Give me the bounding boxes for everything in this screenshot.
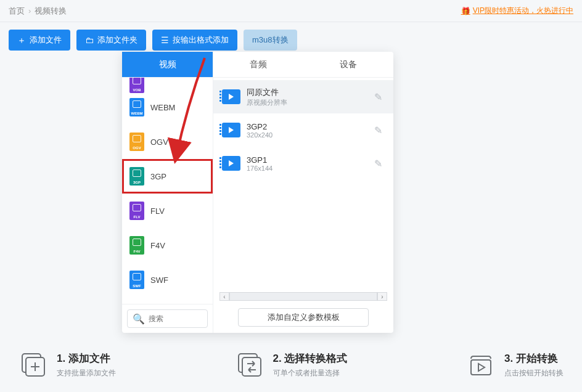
edit-preset-icon[interactable]: ✎ [371, 123, 385, 137]
select-format-step-icon [235, 350, 264, 380]
chevron-right-icon: › [28, 6, 31, 15]
add-folder-button[interactable]: 🗀 添加文件夹 [76, 30, 146, 51]
file-type-icon: VOB [129, 78, 144, 93]
preset-item[interactable]: 3GP2320x240✎ [213, 113, 393, 147]
preset-item[interactable]: 同原文件原视频分辨率✎ [213, 80, 393, 113]
gift-icon: 🎁 [461, 7, 470, 15]
plus-icon: ＋ [17, 36, 26, 44]
preset-item[interactable]: 3GP1176x144✎ [213, 147, 393, 180]
preset-subtitle: 320x240 [247, 131, 273, 139]
breadcrumb-home[interactable]: 首页 [9, 6, 25, 17]
step-3-title: 3. 开始转换 [504, 351, 564, 365]
add-by-format-button[interactable]: ☰ 按输出格式添加 [152, 30, 237, 51]
format-item-flv[interactable]: FLVFLV [122, 194, 213, 228]
file-ext-badge: WEBM [131, 112, 143, 116]
folder-icon: 🗀 [85, 36, 94, 44]
add-file-button[interactable]: ＋ 添加文件 [9, 30, 70, 51]
scroll-left-arrow-icon[interactable]: ‹ [219, 292, 229, 301]
format-label: FLV [150, 206, 165, 216]
preset-subtitle: 176x144 [247, 165, 273, 172]
breadcrumb: 首页 › 视频转换 [9, 6, 67, 17]
file-type-icon: F4V [129, 236, 144, 255]
format-item-vob[interactable]: VOB [122, 78, 213, 90]
file-ext-badge: FLV [134, 215, 141, 220]
vip-promo-link[interactable]: 🎁 VIP限时特惠活动，火热进行中 [461, 6, 573, 16]
category-tab-video[interactable]: 视频 [122, 52, 213, 78]
vip-promo-text: VIP限时特惠活动，火热进行中 [473, 6, 573, 16]
add-custom-preset-button[interactable]: 添加自定义参数模板 [238, 308, 369, 327]
edit-preset-icon[interactable]: ✎ [371, 90, 385, 104]
format-item-f4v[interactable]: F4VF4V [122, 228, 213, 263]
top-bar: 首页 › 视频转换 🎁 VIP限时特惠活动，火热进行中 [0, 0, 582, 22]
format-item-swf[interactable]: SWFSWF [122, 263, 213, 297]
file-type-icon: 3GP [129, 167, 144, 186]
file-ext-badge: 3GP [133, 181, 141, 186]
step-2-title: 2. 选择转换格式 [273, 351, 348, 365]
preset-title: 3GP1 [247, 155, 273, 165]
step-1-sub: 支持批量添加文件 [57, 368, 116, 378]
add-file-label: 添加文件 [30, 35, 62, 46]
m3u8-convert-button[interactable]: m3u8转换 [244, 30, 297, 51]
add-by-format-label: 按输出格式添加 [173, 35, 229, 46]
format-picker-popup: 视频 VOBWEBMWEBMOGVOGV3GP3GPFLVFLVF4VF4VSW… [122, 52, 393, 333]
format-label: OGV [150, 137, 168, 147]
video-thumb-icon [222, 123, 240, 137]
format-item-3gp[interactable]: 3GP3GP [122, 159, 213, 194]
video-thumb-icon [222, 156, 240, 171]
format-label: WEBM [150, 103, 175, 112]
step-2: 2. 选择转换格式 可单个或者批量选择 [235, 350, 348, 380]
step-2-sub: 可单个或者批量选择 [273, 368, 348, 378]
step-3: 3. 开始转换 点击按钮开始转换 [466, 350, 564, 380]
file-ext-badge: VOB [133, 88, 141, 93]
file-ext-badge: OGV [133, 146, 141, 151]
preset-tab-audio[interactable]: 音频 [213, 52, 303, 77]
preset-title: 同原文件 [247, 87, 287, 98]
horizontal-scrollbar[interactable]: ‹ › [219, 291, 387, 302]
file-type-icon: WEBM [129, 98, 144, 116]
scroll-track[interactable] [229, 292, 377, 301]
list-icon: ☰ [161, 36, 169, 44]
add-file-step-icon [18, 350, 48, 380]
format-label: 3GP [150, 172, 166, 181]
file-ext-badge: SWF [133, 284, 141, 289]
scroll-right-arrow-icon[interactable]: › [377, 292, 387, 301]
preset-subtitle: 原视频分辨率 [247, 98, 287, 107]
file-type-icon: SWF [129, 271, 144, 289]
format-item-ogv[interactable]: OGVOGV [122, 125, 213, 159]
format-label: F4V [150, 241, 165, 250]
svg-rect-5 [242, 357, 261, 376]
step-1: 1. 添加文件 支持批量添加文件 [18, 350, 116, 380]
file-type-icon: FLV [129, 202, 144, 220]
svg-rect-6 [471, 360, 491, 375]
preset-tab-device[interactable]: 设备 [303, 52, 393, 77]
format-column: 视频 VOBWEBMWEBMOGVOGV3GP3GPFLVFLVF4VF4VSW… [122, 52, 213, 333]
preset-column: 音频 设备 同原文件原视频分辨率✎3GP2320x240✎3GP1176x144… [213, 52, 393, 333]
step-1-title: 1. 添加文件 [57, 351, 116, 365]
format-list[interactable]: VOBWEBMWEBMOGVOGV3GP3GPFLVFLVF4VF4VSWFSW… [122, 78, 213, 304]
file-ext-badge: F4V [133, 250, 140, 255]
start-convert-step-icon [466, 350, 496, 380]
edit-preset-icon[interactable]: ✎ [371, 157, 385, 170]
format-label: SWF [150, 276, 168, 285]
step-3-sub: 点击按钮开始转换 [504, 368, 564, 378]
preset-title: 3GP2 [247, 122, 273, 131]
breadcrumb-current: 视频转换 [35, 6, 67, 17]
add-folder-label: 添加文件夹 [97, 35, 137, 46]
m3u8-label: m3u8转换 [252, 35, 289, 46]
search-box[interactable]: 🔍 [127, 309, 208, 328]
steps-guide: 1. 添加文件 支持批量添加文件 2. 选择转换格式 可单个或者批量选择 3. … [0, 350, 582, 380]
format-item-webm[interactable]: WEBMWEBM [122, 90, 213, 125]
preset-list[interactable]: 同原文件原视频分辨率✎3GP2320x240✎3GP1176x144✎ [213, 78, 393, 291]
video-thumb-icon [222, 89, 240, 104]
file-type-icon: OGV [129, 133, 144, 151]
search-icon: 🔍 [133, 313, 145, 325]
